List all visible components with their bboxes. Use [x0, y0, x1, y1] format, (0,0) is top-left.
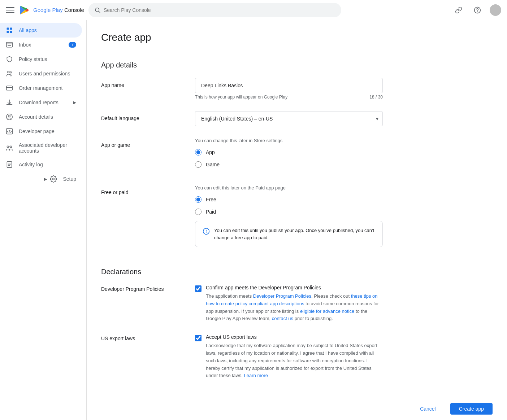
logo[interactable]: Google Play Console — [19, 4, 84, 16]
free-or-paid-label: Free or paid — [101, 185, 181, 195]
radio-game[interactable]: Game — [195, 161, 383, 168]
person-group-icon — [6, 70, 13, 77]
default-language-row: Default language English (United States)… — [101, 111, 493, 126]
expand-left-icon: ▶ — [44, 177, 47, 181]
us-export-laws-row: US export laws Accept US export laws I a… — [101, 334, 493, 380]
bottom-bar: Cancel Create app — [87, 397, 507, 420]
sidebar-item-order-management[interactable]: Order management — [0, 81, 82, 95]
divider-top — [101, 52, 493, 52]
grid-icon — [6, 27, 13, 34]
developer-program-text-block: Confirm app meets the Developer Program … — [206, 285, 383, 323]
sidebar-item-label: Associated developer accounts — [19, 142, 76, 154]
svg-rect-4 — [7, 28, 9, 30]
radio-app[interactable]: App — [195, 149, 383, 156]
radio-game-input[interactable] — [195, 161, 202, 168]
help-icon — [474, 6, 481, 14]
sidebar-item-download-reports[interactable]: Download reports ▶ — [0, 95, 82, 110]
developer-program-title: Confirm app meets the Developer Program … — [206, 285, 383, 290]
sidebar-item-setup[interactable]: ▶ Setup — [0, 172, 82, 186]
developer-program-checkbox[interactable] — [195, 285, 202, 292]
us-export-laws-title: Accept US export laws — [206, 334, 383, 340]
sidebar-item-label: Download reports — [19, 100, 58, 105]
app-or-game-field: You can change this later in Store setti… — [195, 138, 383, 174]
sidebar-item-label: Setup — [63, 176, 76, 182]
app-or-game-subtext: You can change this later in Store setti… — [195, 138, 383, 143]
sidebar-item-policy-status[interactable]: Policy status — [0, 52, 82, 66]
svg-line-1 — [99, 11, 100, 12]
link-icon-button[interactable] — [452, 4, 465, 17]
us-export-laws-checkbox[interactable] — [195, 335, 202, 341]
app-name-label: App name — [101, 78, 181, 88]
free-or-paid-subtext: You can edit this later on the Paid app … — [195, 185, 383, 191]
us-export-laws-label: US export laws — [101, 334, 181, 380]
developer-program-row: Developer Program Policies Confirm app m… — [101, 285, 493, 323]
svg-point-15 — [7, 146, 9, 148]
app-details-heading: App details — [101, 61, 493, 69]
svg-point-13 — [9, 115, 10, 117]
developer-program-option: Confirm app meets the Developer Program … — [195, 285, 383, 323]
logo-icon — [19, 4, 30, 16]
search-input[interactable] — [104, 7, 335, 13]
sidebar-item-label: Account details — [19, 114, 53, 120]
avatar[interactable] — [490, 4, 501, 16]
radio-paid-input[interactable] — [195, 209, 202, 215]
app-name-row: App name This is how your app will appea… — [101, 78, 493, 100]
gear-icon — [50, 175, 57, 183]
info-icon — [203, 228, 210, 235]
radio-paid[interactable]: Paid — [195, 209, 383, 215]
help-icon-button[interactable] — [471, 4, 484, 17]
sidebar-item-all-apps[interactable]: All apps — [0, 23, 82, 38]
layout: All apps Inbox 7 Policy status — [0, 20, 507, 420]
app-name-field: This is how your app will appear on Goog… — [195, 78, 383, 100]
menu-icon[interactable] — [6, 6, 14, 14]
cancel-button[interactable]: Cancel — [411, 403, 445, 415]
radio-app-input[interactable] — [195, 149, 202, 156]
radio-free-label: Free — [206, 197, 216, 202]
radio-app-label: App — [206, 149, 215, 155]
sidebar-item-users-permissions[interactable]: Users and permissions — [0, 66, 82, 81]
sidebar-item-associated-accounts[interactable]: Associated developer accounts — [0, 139, 82, 157]
app-name-hint: This is how your app will appear on Goog… — [195, 95, 383, 100]
radio-free[interactable]: Free — [195, 196, 383, 203]
us-export-laws-desc: I acknowledge that my software applicati… — [206, 342, 383, 380]
create-app-button[interactable]: Create app — [450, 403, 493, 415]
sidebar-item-activity-log[interactable]: Activity log — [0, 157, 82, 172]
free-or-paid-row: Free or paid You can edit this later on … — [101, 185, 493, 247]
default-language-select[interactable]: English (United States) – en-US Spanish … — [195, 111, 383, 126]
sidebar-item-label: Activity log — [19, 162, 43, 167]
divider-declarations — [101, 259, 493, 259]
radio-paid-label: Paid — [206, 209, 216, 215]
shield-icon — [6, 56, 13, 63]
svg-rect-11 — [6, 86, 13, 90]
radio-free-input[interactable] — [195, 196, 202, 203]
topbar: Google Play Console — [0, 0, 507, 20]
default-language-field: English (United States) – en-US Spanish … — [195, 111, 383, 126]
app-name-char-count: 18 / 30 — [369, 95, 383, 100]
sidebar-item-inbox[interactable]: Inbox 7 — [0, 38, 82, 52]
sidebar-item-developer-page[interactable]: Developer page — [0, 124, 82, 139]
credit-card-icon — [6, 84, 13, 92]
free-paid-info-box: You can edit this until you publish your… — [195, 221, 383, 247]
learn-more-link[interactable]: Learn more — [244, 373, 268, 378]
developer-program-label: Developer Program Policies — [101, 285, 181, 323]
svg-point-3 — [477, 11, 478, 12]
sidebar-item-label: Policy status — [19, 56, 47, 62]
developer-program-policies-link[interactable]: Developer Program Policies — [253, 293, 311, 299]
sidebar-item-label: Inbox — [19, 42, 31, 48]
link-icon — [455, 6, 462, 14]
app-name-hint-text: This is how your app will appear on Goog… — [195, 95, 287, 100]
default-language-select-wrap: English (United States) – en-US Spanish … — [195, 111, 383, 126]
sidebar: All apps Inbox 7 Policy status — [0, 20, 87, 420]
search-bar[interactable] — [88, 3, 341, 17]
contact-us-link[interactable]: contact us — [272, 316, 293, 321]
app-name-input[interactable] — [195, 78, 383, 93]
us-export-laws-content: Accept US export laws I acknowledge that… — [195, 334, 383, 380]
svg-rect-17 — [7, 162, 12, 168]
download-icon — [6, 99, 13, 106]
svg-rect-8 — [6, 42, 13, 47]
default-language-label: Default language — [101, 111, 181, 121]
advance-notice-link[interactable]: eligible for advance notice — [300, 309, 354, 314]
sidebar-item-account-details[interactable]: Account details — [0, 110, 82, 124]
app-or-game-row: App or game You can change this later in… — [101, 138, 493, 174]
radio-game-label: Game — [206, 162, 220, 167]
